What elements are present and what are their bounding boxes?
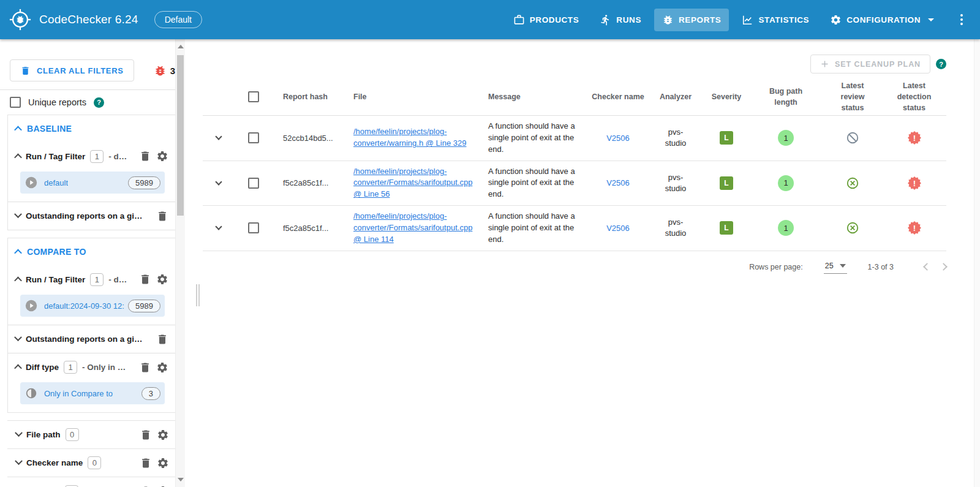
run-chip[interactable]: default 5989 [20, 172, 165, 194]
baseline-section-header[interactable]: BASELINE [8, 115, 176, 142]
report-message: A function should have a single point of… [479, 116, 589, 160]
row-checkbox[interactable] [248, 222, 259, 233]
select-all-checkbox[interactable] [248, 91, 259, 102]
nav-statistics[interactable]: STATISTICS [734, 9, 817, 31]
row-checkbox[interactable] [248, 178, 259, 189]
set-cleanup-plan-button[interactable]: SET CLEANUP PLAN [810, 55, 930, 74]
clear-all-filters-button[interactable]: CLEAR ALL FILTERS [10, 59, 134, 81]
outstanding-reports-label: Outstanding reports on a give... [26, 211, 145, 221]
clear-filter-button[interactable] [139, 273, 151, 285]
trash-icon [156, 333, 168, 345]
filter-settings-button[interactable] [157, 429, 169, 441]
file-path-filter-row[interactable]: File path 0 [7, 421, 176, 449]
app-title: CodeChecker 6.24 [39, 13, 138, 26]
next-page-button[interactable] [940, 263, 948, 271]
clear-filter-button[interactable] [139, 361, 151, 374]
gear-icon [156, 361, 168, 374]
diff-type-count: 1 [64, 361, 77, 374]
filter-settings-button[interactable] [156, 361, 168, 374]
nav-runs[interactable]: RUNS [592, 9, 649, 31]
unresolved-icon: ! [908, 176, 921, 190]
main-nav: PRODUCTS RUNS REPORTS STATISTICS CONFIGU… [505, 9, 969, 31]
filter-settings-button[interactable] [157, 457, 169, 469]
svg-text:!: ! [913, 134, 915, 143]
expand-row-icon[interactable] [215, 224, 222, 230]
product-badge[interactable]: Default [154, 11, 202, 28]
clear-filter-button[interactable] [156, 333, 168, 345]
file-link[interactable]: /home/feelin/projects/plog-converter/war… [353, 127, 466, 148]
clear-filter-button[interactable] [139, 150, 151, 162]
analyzer-name: pvs-studio [661, 172, 690, 194]
play-circle-icon [24, 299, 38, 312]
run-tag-filter-count: 1 [90, 150, 104, 163]
chevron-down-icon [14, 210, 22, 218]
filter-row-partial[interactable] [7, 477, 176, 487]
compare-outstanding-row[interactable]: Outstanding reports on a give... [8, 325, 176, 353]
clear-filter-button[interactable] [140, 429, 152, 441]
nav-configuration[interactable]: CONFIGURATION [822, 9, 942, 31]
nav-runs-label: RUNS [616, 15, 641, 25]
trash-icon [139, 150, 151, 162]
checker-name-link[interactable]: V2506 [589, 129, 647, 148]
filter-settings-button[interactable] [156, 150, 168, 162]
rows-per-page-select[interactable]: 25 [824, 260, 847, 274]
unique-reports-label: Unique reports [28, 97, 86, 107]
filter-settings-button[interactable] [156, 273, 168, 285]
baseline-title: BASELINE [27, 124, 72, 134]
active-report-counter: 3 [154, 64, 175, 77]
help-icon[interactable]: ? [94, 97, 104, 108]
compare-run-tag-filter-row[interactable]: Run / Tag Filter 1 - defa... [8, 265, 176, 293]
play-circle-icon [24, 176, 38, 189]
baseline-run-tag-filter-row[interactable]: Run / Tag Filter 1 - default [8, 142, 176, 170]
diff-type-value: - Only in Co... [82, 363, 129, 372]
file-link[interactable]: /home/feelin/projects/plog-converter/For… [353, 211, 472, 244]
kebab-menu-button[interactable] [954, 14, 969, 25]
unique-reports-checkbox[interactable] [10, 97, 21, 108]
codechecker-logo-icon[interactable] [9, 8, 32, 31]
run-tag-filter-count: 1 [90, 273, 104, 286]
diff-type-label: Diff type [26, 363, 59, 372]
drawer-resize-handle[interactable] [196, 284, 200, 306]
sidebar-scrollbar[interactable] [175, 39, 185, 487]
compare-run-chip[interactable]: default:2024-09-30 12:13:41 5989 [20, 295, 165, 317]
scrollbar-thumb[interactable] [177, 55, 184, 216]
run-tag-filter-label: Run / Tag Filter [26, 152, 85, 161]
report-hash: f5c2a85c1f... [273, 219, 343, 238]
report-message: A function should have a single point of… [479, 206, 589, 251]
baseline-outstanding-row[interactable]: Outstanding reports on a give... [8, 202, 176, 230]
chevron-down-icon [15, 457, 23, 465]
page-scrollbar[interactable] [974, 39, 980, 487]
clear-all-filters-label: CLEAR ALL FILTERS [37, 66, 124, 75]
checker-name-filter-row[interactable]: Checker name 0 [7, 449, 176, 477]
expand-row-icon[interactable] [215, 134, 222, 140]
diff-type-chip[interactable]: Only in Compare to 3 [20, 382, 165, 404]
col-latest-review-status: Latest review status [823, 80, 882, 113]
file-link[interactable]: /home/feelin/projects/plog-converter/For… [353, 167, 472, 199]
row-checkbox[interactable] [248, 132, 259, 143]
compare-to-section-header[interactable]: COMPARE TO [8, 238, 176, 265]
unreviewed-icon [846, 131, 859, 145]
help-icon[interactable]: ? [936, 59, 946, 69]
outstanding-reports-label: Outstanding reports on a give... [26, 334, 145, 344]
expand-row-icon[interactable] [215, 178, 222, 185]
clear-filter-button[interactable] [140, 457, 152, 469]
run-chip-label: default [44, 178, 68, 187]
checker-name-link[interactable]: V2506 [589, 219, 647, 238]
app-header: CodeChecker 6.24 Default PRODUCTS RUNS R… [0, 0, 980, 39]
scroll-up-icon[interactable] [178, 45, 184, 48]
rows-per-page-label: Rows per page: [749, 263, 803, 271]
severity-badge: L [720, 176, 733, 190]
previous-page-button[interactable] [923, 263, 931, 271]
checker-name-link[interactable]: V2506 [589, 173, 647, 192]
pagination: Rows per page: 25 1-3 of 3 [203, 260, 946, 274]
nav-reports[interactable]: REPORTS [654, 9, 729, 31]
nav-products[interactable]: PRODUCTS [505, 9, 587, 31]
trash-icon [20, 66, 31, 76]
analyzer-name: pvs-studio [661, 217, 690, 239]
diff-type-filter-row[interactable]: Diff type 1 - Only in Co... [8, 353, 176, 381]
trash-icon [156, 210, 168, 222]
clear-filter-button[interactable] [156, 210, 168, 222]
compare-run-chip-label: default:2024-09-30 12:13:41 [44, 301, 124, 311]
scroll-down-icon[interactable] [178, 478, 184, 481]
compare-run-chip-count: 5989 [128, 300, 160, 312]
